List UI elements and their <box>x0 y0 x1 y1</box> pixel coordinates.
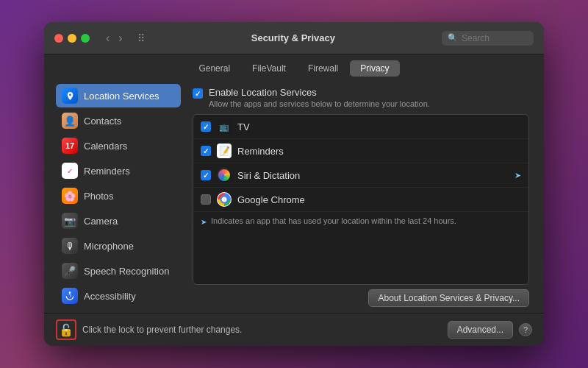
traffic-lights <box>54 34 90 43</box>
sidebar: Location Services 👤 Contacts 17 Calendar… <box>56 81 181 313</box>
main-panel: Enable Location Services Allow the apps … <box>190 81 532 313</box>
maximize-button[interactable] <box>81 34 90 43</box>
sidebar-label-speech: Speech Recognition <box>84 266 169 277</box>
speech-icon: 🎤 <box>62 263 78 279</box>
tabs-bar: General FileVault Firewall Privacy <box>44 54 544 81</box>
hint-row: ➤ Indicates an app that has used your lo… <box>193 212 528 230</box>
microphone-icon: 🎙 <box>62 238 78 254</box>
accessibility-icon <box>62 288 78 304</box>
tab-privacy[interactable]: Privacy <box>350 60 399 77</box>
hint-arrow-icon: ➤ <box>201 218 207 226</box>
enable-location-desc: Allow the apps and services below to det… <box>209 99 430 108</box>
enable-location-row: Enable Location Services Allow the apps … <box>193 87 529 108</box>
reminders-icon: ✓ <box>62 163 78 179</box>
minimize-button[interactable] <box>68 34 76 43</box>
search-box[interactable]: 🔍 <box>442 31 534 46</box>
photos-icon: 🌸 <box>62 188 78 204</box>
sidebar-item-location[interactable]: Location Services <box>56 84 181 107</box>
sidebar-label-calendars: Calendars <box>84 141 127 152</box>
siri-app-name: Siri & Dictation <box>237 170 509 181</box>
sidebar-label-camera: Camera <box>84 216 118 227</box>
about-btn-row: About Location Services & Privacy... <box>193 289 529 307</box>
sidebar-label-photos: Photos <box>84 191 113 202</box>
sidebar-label-location: Location Services <box>84 91 159 102</box>
about-location-button[interactable]: About Location Services & Privacy... <box>368 289 529 307</box>
tv-icon: 📺 <box>217 119 232 134</box>
sidebar-item-reminders[interactable]: ✓ Reminders <box>56 159 181 183</box>
advanced-button[interactable]: Advanced... <box>448 321 513 339</box>
search-icon: 🔍 <box>448 33 458 43</box>
app-row-tv[interactable]: 📺 TV <box>193 115 528 139</box>
sidebar-item-photos[interactable]: 🌸 Photos <box>56 184 181 208</box>
contacts-icon: 👤 <box>62 113 78 129</box>
app-row-chrome[interactable]: Google Chrome <box>193 188 528 212</box>
chrome-checkbox[interactable] <box>201 194 211 205</box>
system-preferences-window: ‹ › ⠿ Security & Privacy 🔍 General FileV… <box>44 22 544 346</box>
sidebar-item-calendars[interactable]: 17 Calendars <box>56 134 181 158</box>
hint-text: Indicates an app that has used your loca… <box>211 216 456 225</box>
sidebar-label-contacts: Contacts <box>84 116 121 127</box>
chrome-app-icon <box>217 192 232 207</box>
sidebar-item-accessibility[interactable]: Accessibility <box>56 284 181 308</box>
reminders-app-name: Reminders <box>237 146 521 157</box>
enable-location-title: Enable Location Services <box>209 87 430 98</box>
app-row-reminders[interactable]: 📝 Reminders <box>193 139 528 163</box>
reminders-app-icon: 📝 <box>217 144 232 158</box>
footer: 🔓 Click the lock to prevent further chan… <box>44 313 544 346</box>
footer-lock-text: Click the lock to prevent further change… <box>82 325 448 335</box>
app-row-siri[interactable]: Siri & Dictation ➤ <box>193 163 528 188</box>
sidebar-label-microphone: Microphone <box>84 241 134 252</box>
tv-app-name: TV <box>237 121 521 132</box>
chrome-app-name: Google Chrome <box>237 194 521 205</box>
sidebar-item-speech[interactable]: 🎤 Speech Recognition <box>56 259 181 283</box>
content-area: Location Services 👤 Contacts 17 Calendar… <box>44 81 544 313</box>
close-button[interactable] <box>54 34 63 43</box>
titlebar: ‹ › ⠿ Security & Privacy 🔍 <box>44 22 544 54</box>
enable-location-checkbox[interactable] <box>193 88 203 99</box>
nav-buttons: ‹ › <box>103 30 126 46</box>
grid-icon[interactable]: ⠿ <box>137 32 145 44</box>
tab-filevault[interactable]: FileVault <box>242 60 296 77</box>
reminders-checkbox[interactable] <box>201 146 211 156</box>
location-icon <box>62 88 78 104</box>
back-button[interactable]: ‹ <box>103 30 112 46</box>
sidebar-label-reminders: Reminders <box>84 166 130 177</box>
sidebar-item-microphone[interactable]: 🎙 Microphone <box>56 234 181 258</box>
tab-general[interactable]: General <box>188 60 240 77</box>
calendars-icon: 17 <box>62 138 78 154</box>
lock-button[interactable]: 🔓 <box>56 319 76 340</box>
siri-location-arrow: ➤ <box>514 171 521 180</box>
help-button[interactable]: ? <box>519 323 532 336</box>
lock-icon: 🔓 <box>59 323 74 337</box>
siri-checkbox[interactable] <box>201 170 211 180</box>
forward-button[interactable]: › <box>115 30 125 46</box>
apps-list: 📺 TV 📝 Reminders Siri & Dictation ➤ <box>193 114 529 285</box>
tv-checkbox[interactable] <box>201 121 211 132</box>
sidebar-label-accessibility: Accessibility <box>84 291 136 302</box>
search-input[interactable] <box>462 33 528 43</box>
sidebar-item-camera[interactable]: 📷 Camera <box>56 209 181 233</box>
camera-icon: 📷 <box>62 213 78 229</box>
tab-firewall[interactable]: Firewall <box>298 60 348 77</box>
siri-app-icon <box>217 168 232 183</box>
window-title: Security & Privacy <box>151 32 436 43</box>
sidebar-item-contacts[interactable]: 👤 Contacts <box>56 109 181 132</box>
